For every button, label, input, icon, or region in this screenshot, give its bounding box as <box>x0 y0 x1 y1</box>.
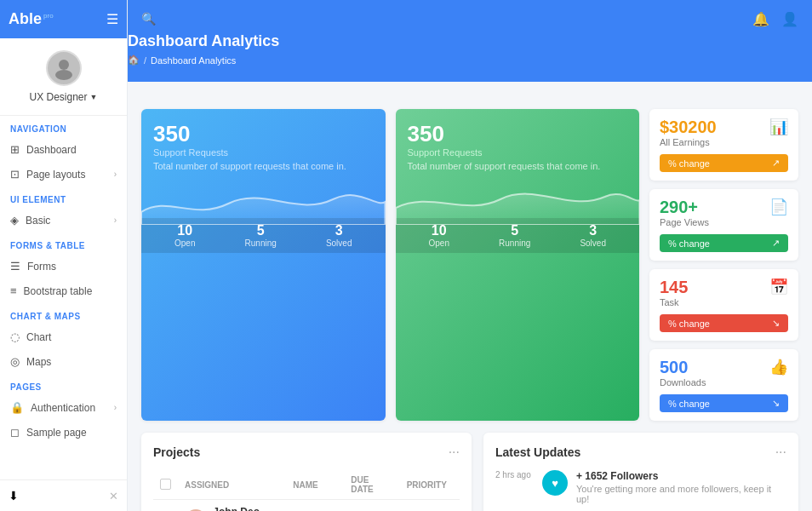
chevron-right-icon: › <box>114 403 117 412</box>
search-icon[interactable]: 🔍 <box>141 12 156 26</box>
earnings-badge: % change ↗ <box>660 154 788 172</box>
download-icon[interactable]: ⬇ <box>9 489 19 502</box>
col-check <box>153 470 178 500</box>
sidebar-item-bootstrap-table[interactable]: ≡ Bootstrap table <box>0 278 127 303</box>
sidebar-item-basic[interactable]: ◈ Basic › <box>0 208 127 233</box>
update-time: 2 hrs ago <box>495 470 534 479</box>
sidebar-item-forms[interactable]: ☰ Forms <box>0 254 127 278</box>
stat-solved: 3 Solved <box>326 223 352 248</box>
nav-section-title: Navigation <box>0 116 127 137</box>
task-badge: % change ↘ <box>660 314 788 332</box>
chevron-right-icon: › <box>114 169 117 179</box>
thumbsup-icon: 👍 <box>769 358 788 376</box>
stat-number-green: 350 <box>408 121 628 147</box>
stat-solved-g: 3 Solved <box>580 223 606 248</box>
sidebar-logo: Able pro <box>9 10 54 28</box>
update-dot: ♥ <box>542 470 568 496</box>
stat-label-blue: Support Requests <box>153 147 374 158</box>
document-icon: 📄 <box>769 198 788 216</box>
logo-pro: pro <box>43 12 54 20</box>
small-stats-column: $30200 All Earnings 📊 % change ↗ 290+ <box>649 109 798 421</box>
updates-list: 2 hrs ago ♥ + 1652 Followers You're gett… <box>495 470 786 511</box>
stat-open-g: 10 Open <box>429 223 449 248</box>
stat-card-green: 350 Support Requests Total number of sup… <box>396 109 640 421</box>
pageviews-label: Page Views <box>660 217 709 227</box>
sidebar-bottom: ⬇ ✕ <box>0 479 127 511</box>
stat-label-green: Support Requests <box>408 147 628 158</box>
due-date: Jun, 26 <box>344 500 399 512</box>
sidebar-item-authentication[interactable]: 🔒 Authentication › <box>0 395 127 420</box>
stat-wave-blue <box>141 178 386 225</box>
user-name[interactable]: UX Designer ▼ <box>30 91 98 103</box>
maps-icon: ◎ <box>10 355 20 368</box>
task-label: Task <box>660 297 688 307</box>
bottom-row: Projects ··· ASSIGNED NAME DUE DATE PRIO… <box>141 433 798 511</box>
stat-desc-green: Total number of support requests that co… <box>408 161 628 171</box>
update-desc: You're getting more and more followers, … <box>576 484 786 504</box>
page-header-block: Dashboard Analytics 🏠 / Dashboard Analyt… <box>128 24 812 82</box>
project-name: Able Pro <box>286 500 344 512</box>
trend-up-icon: ↗ <box>772 158 780 169</box>
col-due-date: DUE DATE <box>344 470 399 500</box>
sidebar-item-dashboard[interactable]: ⊞ Dashboard <box>0 137 127 162</box>
forms-section-title: Forms & Table <box>0 233 127 254</box>
earnings-value: $30200 <box>660 118 717 137</box>
table-icon: ≡ <box>10 284 17 297</box>
stat-wave-green <box>396 178 640 225</box>
sidebar-item-maps[interactable]: ◎ Maps <box>0 349 127 374</box>
downloads-value: 500 <box>660 358 706 377</box>
projects-title: Projects <box>153 445 200 459</box>
update-title: + 1652 Followers <box>576 470 786 482</box>
svg-point-1 <box>55 70 72 80</box>
projects-table: ASSIGNED NAME DUE DATE PRIORITY John Deo… <box>153 470 460 511</box>
downloads-label: Downloads <box>660 377 706 388</box>
stat-number-blue: 350 <box>153 121 374 147</box>
notification-icon[interactable]: 🔔 <box>752 11 769 27</box>
projects-menu-icon[interactable]: ··· <box>449 445 460 460</box>
projects-card-header: Projects ··· <box>153 445 460 460</box>
ui-icon: ◈ <box>10 214 19 227</box>
small-card-pageviews: 290+ Page Views 📄 % change ↗ <box>649 189 798 261</box>
select-all-checkbox[interactable] <box>160 479 171 490</box>
pageviews-badge: % change ↗ <box>660 234 788 252</box>
forms-icon: ☰ <box>10 260 20 273</box>
sidebar-item-sample-page[interactable]: ◻ Sample page <box>0 420 127 445</box>
svg-point-0 <box>59 60 69 70</box>
sidebar: Able pro ☰ UX Designer ▼ Navigation ⊞ Da… <box>0 0 128 511</box>
user-name: John Deo <box>213 506 279 511</box>
chart-icon: ◌ <box>10 330 20 343</box>
sidebar-header: Able pro ☰ <box>0 0 127 38</box>
col-name: NAME <box>286 470 344 500</box>
project-user: John Deo Graphics Designer <box>185 506 279 511</box>
main-content: 🔍 🔔 👤 Dashboard Analytics 🏠 / Dashboard … <box>128 0 812 511</box>
updates-menu-icon[interactable]: ··· <box>775 445 786 460</box>
trend-down-icon-2: ↘ <box>772 398 780 409</box>
user-caret-icon: ▼ <box>90 93 98 101</box>
user-account-icon[interactable]: 👤 <box>781 11 798 27</box>
update-item: 2 hrs ago ♥ + 1652 Followers You're gett… <box>495 470 786 504</box>
breadcrumb: 🏠 / Dashboard Analytics <box>128 50 812 70</box>
sidebar-item-chart[interactable]: ◌ Chart <box>0 324 127 349</box>
stat-desc-blue: Total number of support requests that co… <box>153 161 374 171</box>
pageviews-value: 290+ <box>660 198 709 217</box>
sidebar-item-page-layouts[interactable]: ⊡ Page layouts › <box>0 162 127 187</box>
page-title: Dashboard Analytics <box>128 32 812 50</box>
updates-card-header: Latest Updates ··· <box>495 445 786 460</box>
trend-down-icon: ↘ <box>772 318 780 329</box>
logo-text: Able <box>9 10 42 28</box>
close-icon[interactable]: ✕ <box>109 490 118 502</box>
layout-icon: ⊡ <box>10 168 20 181</box>
small-card-downloads: 500 Downloads 👍 % change ↘ <box>649 349 798 421</box>
lock-icon: 🔒 <box>10 401 24 414</box>
breadcrumb-home-icon[interactable]: 🏠 <box>128 55 140 66</box>
avatar <box>46 50 82 86</box>
content-area: 350 Support Requests Total number of sup… <box>128 95 812 511</box>
stat-card-blue: 350 Support Requests Total number of sup… <box>141 109 386 421</box>
small-card-earnings: $30200 All Earnings 📊 % change ↗ <box>649 109 798 181</box>
projects-card: Projects ··· ASSIGNED NAME DUE DATE PRIO… <box>141 433 472 511</box>
stat-running: 5 Running <box>245 223 277 248</box>
small-card-task: 145 Task 📅 % change ↘ <box>649 269 798 341</box>
bar-chart-icon: 📊 <box>769 118 788 136</box>
updates-card: Latest Updates ··· 2 hrs ago ♥ + 1652 Fo… <box>483 433 798 511</box>
sidebar-toggle-icon[interactable]: ☰ <box>106 11 118 27</box>
